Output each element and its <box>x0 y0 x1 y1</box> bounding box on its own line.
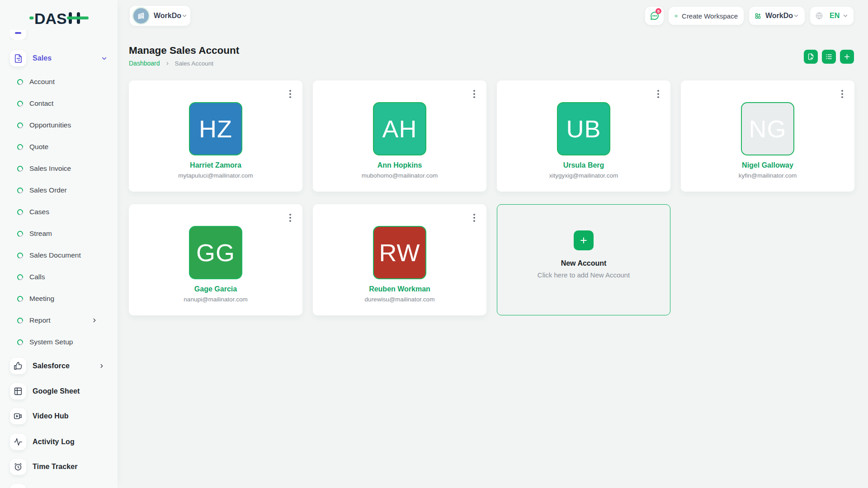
circle-bullet-icon <box>17 79 23 85</box>
sidebar-item-time-tracker[interactable]: Time Tracker <box>10 459 108 475</box>
account-name-link[interactable]: Ursula Berg <box>563 161 604 169</box>
sidebar-item-partial-bottom[interactable] <box>10 484 108 488</box>
breadcrumb-dashboard-link[interactable]: Dashboard <box>129 60 160 67</box>
circle-bullet-icon <box>17 188 23 193</box>
avatar: NG <box>741 102 794 155</box>
partial-menu-icon <box>10 23 26 40</box>
account-name-link[interactable]: Nigel Galloway <box>742 161 793 169</box>
page-actions <box>804 50 854 64</box>
breadcrumb: Dashboard Sales Account <box>129 60 213 67</box>
sidebar-item-sales-document[interactable]: Sales Document <box>10 250 108 261</box>
sidebar-item-account[interactable]: Account <box>10 76 108 87</box>
circle-bullet-icon <box>17 274 23 280</box>
circle-bullet-icon <box>17 209 23 215</box>
card-menu-button[interactable] <box>472 213 476 223</box>
circle-bullet-icon <box>17 318 23 324</box>
new-account-subtitle: Click here to add New Account <box>538 271 630 279</box>
chevron-right-icon <box>99 363 105 369</box>
card-menu-button[interactable] <box>288 213 292 223</box>
page-title: Manage Sales Account <box>129 45 239 56</box>
globe-icon <box>815 12 823 20</box>
account-email: mytapuluci@mailinator.com <box>178 172 253 179</box>
sidebar-item-sales-order[interactable]: Sales Order <box>10 185 108 196</box>
alarm-clock-icon <box>10 459 26 475</box>
account-email: xitygyxig@mailinator.com <box>549 172 618 179</box>
sidebar-item-report[interactable]: Report <box>10 315 108 326</box>
activity-icon <box>10 434 26 450</box>
chevron-down-icon <box>793 13 799 19</box>
account-name-link[interactable]: Reuben Workman <box>369 285 430 293</box>
breadcrumb-current: Sales Account <box>175 60 214 67</box>
circle-bullet-icon <box>17 101 23 107</box>
list-view-button[interactable] <box>822 50 836 64</box>
account-card: HZ Harriet Zamora mytapuluci@mailinator.… <box>129 80 302 192</box>
account-email: mubohomo@mailinator.com <box>362 172 438 179</box>
card-menu-button[interactable] <box>288 89 292 99</box>
create-workspace-button[interactable]: Create Workspace <box>669 7 744 25</box>
chevron-down-icon <box>101 55 108 62</box>
new-account-card[interactable]: New Account Click here to add New Accoun… <box>497 204 670 315</box>
account-card: AH Ann Hopkins mubohomo@mailinator.com <box>313 80 486 192</box>
messages-count-badge: 0 <box>656 8 661 14</box>
thumb-up-icon <box>10 358 26 374</box>
circle-bullet-icon <box>17 339 23 345</box>
sidebar-item-quote[interactable]: Quote <box>10 141 108 152</box>
avatar: AH <box>373 102 426 155</box>
sidebar-item-stream[interactable]: Stream <box>10 228 108 239</box>
sidebar-item-video-hub[interactable]: Video Hub <box>10 408 108 424</box>
sidebar-item-cases[interactable]: Cases <box>10 206 108 217</box>
chevron-right-icon <box>91 317 98 324</box>
messages-button[interactable]: 0 <box>645 7 664 25</box>
account-name-link[interactable]: Harriet Zamora <box>190 161 241 169</box>
sidebar-item-activity-log[interactable]: Activity Log <box>10 434 108 450</box>
workdo-menu-button[interactable]: WorkDo <box>749 7 805 25</box>
sidebar-item-system-setup[interactable]: System Setup <box>10 337 108 347</box>
language-code: EN <box>830 12 840 20</box>
table-icon <box>10 383 26 399</box>
circle-bullet-icon <box>17 231 23 237</box>
language-selector[interactable]: EN <box>810 7 854 25</box>
account-card: UB Ursula Berg xitygyxig@mailinator.com <box>497 80 670 192</box>
workspace-selector[interactable]: WorkDo <box>130 6 190 26</box>
partial-menu-icon <box>10 484 26 488</box>
card-menu-button[interactable] <box>840 89 844 99</box>
circle-bullet-icon <box>17 166 23 172</box>
chevron-down-icon <box>181 13 188 19</box>
sidebar-item-salesforce[interactable]: Salesforce <box>10 358 108 374</box>
new-account-title: New Account <box>561 259 607 267</box>
sidebar-item-meeting[interactable]: Meeting <box>10 293 108 304</box>
accounts-grid: HZ Harriet Zamora mytapuluci@mailinator.… <box>129 80 854 315</box>
sidebar-item-calls[interactable]: Calls <box>10 272 108 282</box>
list-icon <box>825 53 833 61</box>
account-name-link[interactable]: Gage Garcia <box>194 285 237 293</box>
card-menu-button[interactable] <box>472 89 476 99</box>
sidebar: DAS Sales Account Contact Op <box>0 0 118 488</box>
avatar: RW <box>373 226 426 279</box>
sidebar-item-contact[interactable]: Contact <box>10 98 108 109</box>
export-button[interactable] <box>804 50 818 64</box>
circle-bullet-icon <box>17 122 23 128</box>
sidebar-item-google-sheet[interactable]: Google Sheet <box>10 383 108 399</box>
sales-invoice-icon <box>10 50 26 66</box>
add-account-button[interactable] <box>840 50 854 64</box>
account-card: GG Gage Garcia nanupi@mailinator.com <box>129 204 302 315</box>
app-logo[interactable]: DAS <box>29 8 90 30</box>
avatar: GG <box>189 226 242 279</box>
sidebar-item-sales-invoice[interactable]: Sales Invoice <box>10 163 108 174</box>
dash-logo-icon: DAS <box>29 8 90 28</box>
video-camera-icon <box>10 408 26 424</box>
chevron-down-icon <box>842 13 849 19</box>
workspace-name: WorkDo <box>154 12 181 20</box>
circle-bullet-icon <box>17 296 23 302</box>
sidebar-item-label: Sales <box>33 54 52 62</box>
card-menu-button[interactable] <box>656 89 660 99</box>
account-email: durewisu@mailinator.com <box>365 296 435 303</box>
circle-bullet-icon <box>17 253 23 258</box>
account-name-link[interactable]: Ann Hopkins <box>377 161 422 169</box>
plus-icon <box>574 230 594 250</box>
apps-grid-icon <box>755 12 761 20</box>
sidebar-item-opportunities[interactable]: Opportunities <box>10 120 108 131</box>
sidebar-item-sales[interactable]: Sales <box>10 50 108 66</box>
file-export-icon <box>807 53 815 61</box>
account-card: NG Nigel Galloway kyfin@mailinator.com <box>681 80 854 192</box>
